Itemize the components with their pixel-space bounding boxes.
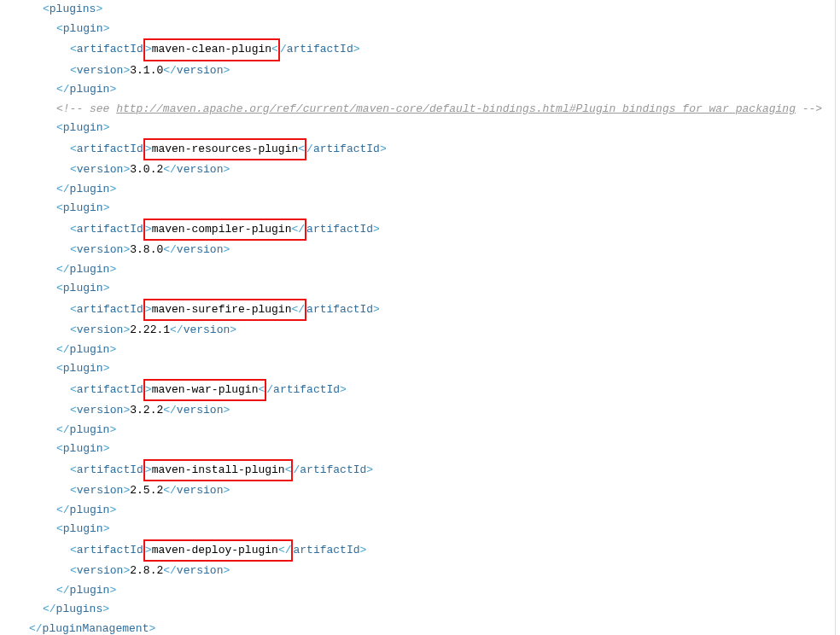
artifact-line: <artifactId>maven-surefire-plugin</artif… [0, 299, 835, 322]
tag-plugin-close: </plugin> [0, 581, 835, 601]
tag-plugin-open: <plugin> [0, 440, 835, 459]
artifact-line: <artifactId>maven-clean-plugin</artifact… [0, 38, 835, 61]
tag-plugin-close: </plugin> [0, 341, 835, 360]
tag-plugins-close: </plugins> [0, 600, 835, 620]
artifact-line: <artifactId>maven-deploy-plugin</artifac… [0, 539, 835, 562]
version-line: <version>2.22.1</version> [0, 321, 835, 341]
tag-plugin-close: </plugin> [0, 501, 835, 521]
version-line: <version>2.8.2</version> [0, 562, 835, 581]
artifact-line: <artifactId>maven-compiler-plugin</artif… [0, 218, 835, 242]
version-line: <version>3.8.0</version> [0, 241, 835, 260]
artifact-line: <artifactId>maven-war-plugin</artifactId… [0, 379, 835, 402]
tag-plugin-close: </plugin> [0, 421, 835, 440]
tag-plugin-open: <plugin> [0, 119, 835, 138]
tag-plugin-open: <plugin> [0, 359, 835, 379]
tag-plugin-close: </plugin> [0, 180, 835, 200]
tag-plugin-open: <plugin> [0, 199, 835, 218]
comment-line: <!-- see http://maven.apache.org/ref/cur… [0, 100, 835, 119]
version-line: <version>3.1.0</version> [0, 61, 835, 81]
tag-plugin-close: </plugin> [0, 260, 835, 280]
comment-link[interactable]: http://maven.apache.org/ref/current/mave… [116, 102, 796, 115]
version-line: <version>3.2.2</version> [0, 401, 835, 421]
artifact-line: <artifactId>maven-resources-plugin</arti… [0, 138, 835, 161]
tag-plugins-open: <plugins> [0, 0, 835, 20]
xml-code-block: <plugins> <plugin> <artifactId>maven-cle… [0, 0, 836, 635]
artifact-line: <artifactId>maven-install-plugin</artifa… [0, 459, 835, 482]
version-line: <version>2.5.2</version> [0, 481, 835, 501]
tag-plugin-open: <plugin> [0, 20, 835, 39]
tag-plugin-close: </plugin> [0, 80, 835, 100]
version-line: <version>3.0.2</version> [0, 160, 835, 180]
tag-plugin-open: <plugin> [0, 279, 835, 299]
tag-plugin-open: <plugin> [0, 520, 835, 539]
tag-pluginmanagement-close: </pluginManagement> [0, 620, 835, 636]
